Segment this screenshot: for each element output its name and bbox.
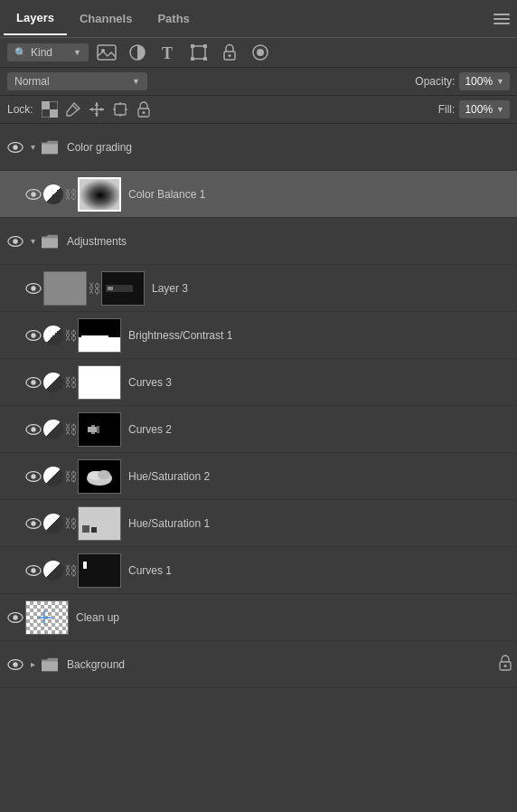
- panel-menu-icon[interactable]: [494, 14, 510, 24]
- visibility-toggle[interactable]: [24, 377, 43, 388]
- transform-filter-icon[interactable]: [186, 42, 212, 62]
- lock-position-button[interactable]: [88, 100, 106, 118]
- svg-rect-44: [79, 319, 120, 337]
- image-filter-icon[interactable]: [94, 42, 119, 62]
- fill-input[interactable]: 100% ▼: [459, 100, 510, 118]
- layer-row[interactable]: ▾ Color grading: [0, 124, 517, 171]
- halfcircle-filter-icon[interactable]: [125, 42, 150, 62]
- chain-icon: ⛓: [63, 328, 78, 343]
- lock-all-button[interactable]: [135, 100, 153, 118]
- blend-chevron-icon: ▼: [132, 77, 140, 86]
- layer-name: Brightness/Contrast 1: [128, 329, 232, 342]
- layer-name: Clean up: [76, 611, 119, 624]
- fill-label: Fill:: [438, 103, 456, 116]
- layer-row[interactable]: Clean up: [0, 594, 517, 641]
- lock-pixels-button[interactable]: [64, 100, 82, 118]
- svg-point-33: [31, 192, 35, 196]
- visibility-toggle[interactable]: [24, 518, 43, 529]
- visibility-toggle[interactable]: [5, 142, 25, 153]
- adjustment-icon: [43, 184, 63, 204]
- expand-arrow[interactable]: ▸: [25, 659, 40, 669]
- layer-thumbnail: [78, 459, 121, 494]
- layer-name: Curves 3: [128, 376, 172, 389]
- folder-icon: [40, 137, 60, 157]
- svg-rect-13: [42, 101, 50, 109]
- folder-icon: [40, 655, 60, 675]
- layer-row[interactable]: ⛓ Layer 3: [0, 265, 517, 312]
- layer-thumbnail: [78, 412, 121, 447]
- layer-row[interactable]: ⛓ Color Balance 1: [0, 171, 517, 218]
- kind-dropdown[interactable]: 🔍 Kind ▼: [7, 43, 89, 61]
- svg-point-51: [31, 427, 35, 431]
- layer-thumbnail: [78, 506, 121, 541]
- tab-paths[interactable]: Paths: [145, 3, 202, 34]
- visibility-toggle[interactable]: [24, 471, 43, 482]
- lock-icons: [41, 100, 153, 118]
- adjustment-icon: [43, 373, 63, 392]
- layer-row[interactable]: ▸ Background: [0, 641, 517, 688]
- chevron-down-icon: ▼: [73, 48, 81, 57]
- svg-rect-41: [108, 287, 113, 290]
- svg-marker-22: [100, 108, 104, 111]
- layer-name: Adjustments: [67, 235, 127, 248]
- lock-artboard-button[interactable]: [111, 100, 129, 118]
- search-icon: 🔍: [14, 47, 27, 59]
- opacity-label: Opacity:: [415, 75, 455, 88]
- svg-point-31: [13, 145, 17, 149]
- layer-row[interactable]: ⛓ Brightness/Contrast 1: [0, 312, 517, 359]
- svg-rect-66: [91, 527, 97, 533]
- text-filter-icon[interactable]: T: [155, 42, 181, 62]
- layer-name: Color grading: [67, 141, 132, 154]
- visibility-toggle[interactable]: [24, 565, 43, 576]
- lock-row: Lock:: [0, 96, 517, 124]
- svg-point-78: [504, 665, 507, 667]
- expand-arrow[interactable]: ▾: [25, 236, 40, 246]
- layers-list: ▾ Color grading ⛓: [0, 124, 517, 812]
- adjustment-icon: [43, 326, 63, 345]
- folder-icon: [40, 231, 60, 251]
- layer-name: Curves 2: [128, 423, 172, 436]
- svg-rect-64: [79, 507, 120, 540]
- svg-point-29: [142, 111, 145, 114]
- blend-row: Normal ▼ Opacity: 100% ▼: [0, 68, 517, 96]
- layer-thumbnail: [25, 600, 69, 635]
- visibility-toggle[interactable]: [24, 189, 43, 200]
- visibility-toggle[interactable]: [5, 236, 25, 247]
- svg-rect-0: [98, 45, 116, 60]
- lock-transparency-button[interactable]: [41, 100, 59, 118]
- layer-row[interactable]: ⛓ Hue/Saturation 1: [0, 500, 517, 547]
- visibility-toggle[interactable]: [5, 659, 25, 670]
- layer-row[interactable]: ⛓ Hue/Saturation 2: [0, 453, 517, 500]
- opacity-input[interactable]: 100% ▼: [459, 72, 510, 90]
- svg-point-43: [31, 333, 35, 337]
- kind-label: Kind: [31, 46, 70, 59]
- circle-filter-icon[interactable]: [248, 42, 273, 62]
- layer-thumbnail-left: [43, 271, 87, 306]
- svg-rect-65: [82, 525, 89, 533]
- layer-row[interactable]: ⛓ Curves 2: [0, 406, 517, 453]
- lock-filter-icon[interactable]: [217, 42, 242, 62]
- layer-row[interactable]: ⛓ Curves 3: [0, 359, 517, 406]
- visibility-toggle[interactable]: [24, 424, 43, 435]
- filter-row: 🔍 Kind ▼ T: [0, 38, 517, 68]
- opacity-section: Opacity: 100% ▼: [415, 72, 510, 90]
- visibility-toggle[interactable]: [5, 612, 25, 623]
- visibility-toggle[interactable]: [24, 283, 43, 294]
- tab-channels[interactable]: Channels: [67, 3, 146, 34]
- blend-mode-dropdown[interactable]: Normal ▼: [7, 72, 147, 90]
- layer-thumbnail-right: [101, 271, 145, 306]
- visibility-toggle[interactable]: [24, 330, 43, 341]
- tab-layers[interactable]: Layers: [4, 2, 67, 35]
- adjustment-icon: [43, 514, 63, 533]
- layer-thumbnail: [78, 318, 121, 353]
- svg-point-61: [98, 470, 110, 479]
- layer-row[interactable]: ▾ Adjustments: [0, 218, 517, 265]
- layer-row[interactable]: ⛓ Curves 1: [0, 547, 517, 594]
- layers-panel: Layers Channels Paths 🔍 Kind ▼: [0, 0, 517, 812]
- expand-arrow[interactable]: ▾: [25, 142, 40, 152]
- layer-name: Hue/Saturation 2: [128, 470, 210, 483]
- svg-point-49: [31, 380, 35, 384]
- opacity-chevron-icon: ▼: [496, 77, 504, 86]
- svg-rect-8: [203, 57, 207, 61]
- svg-point-36: [13, 239, 17, 243]
